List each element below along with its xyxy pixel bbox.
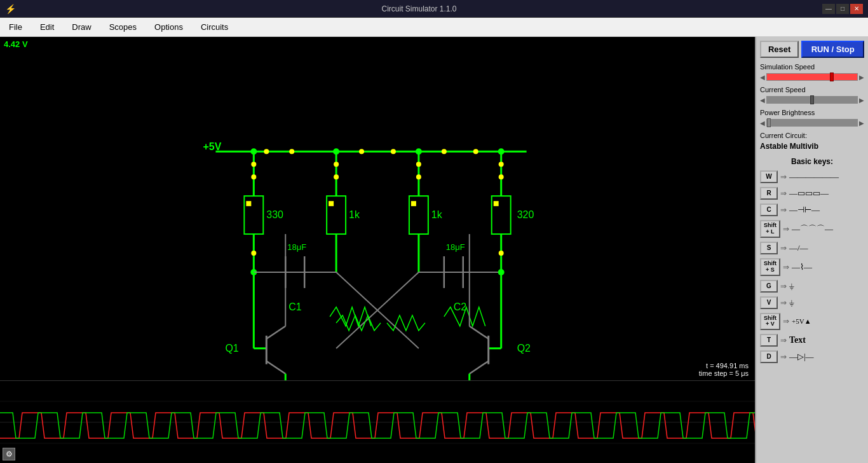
menu-circuits[interactable]: Circuits (197, 21, 232, 33)
window-title: Circuit Simulator 1.1.0 (16, 4, 822, 13)
menu-draw[interactable]: Draw (68, 21, 95, 33)
menu-options[interactable]: Options (151, 21, 187, 33)
ground2-icon: ⏚ (789, 298, 864, 308)
text-icon: Text (789, 335, 864, 345)
key-row-r: R ⇒ —▭▭▭— (760, 187, 864, 200)
key-v[interactable]: V (760, 296, 778, 309)
run-stop-button[interactable]: RUN / Stop (801, 41, 864, 58)
pwr-bright-left-arrow[interactable]: ◀ (760, 120, 765, 127)
cur-speed-right-arrow[interactable]: ▶ (859, 97, 864, 104)
svg-point-64 (334, 162, 339, 167)
right-panel: Reset RUN / Stop Simulation Speed ◀ ▶ Cu… (755, 37, 868, 463)
key-row-c: C ⇒ —⊣⊢— (760, 204, 864, 216)
key-s[interactable]: S (760, 242, 778, 254)
current-speed-slider[interactable]: ◀ ▶ (760, 96, 864, 104)
svg-point-72 (289, 149, 294, 154)
pwr-bright-right-arrow[interactable]: ▶ (859, 120, 864, 127)
maximize-button[interactable]: □ (836, 4, 849, 14)
svg-point-62 (251, 174, 256, 179)
svg-point-73 (359, 149, 364, 154)
app-icon: ⚡ (5, 4, 16, 14)
wire-icon: —————— (789, 172, 864, 182)
key-row-shift-s: Shift+ S ⇒ —⌇— (760, 258, 864, 276)
svg-text:320: 320 (517, 209, 534, 220)
pwr-bright-track[interactable] (766, 119, 858, 127)
menubar: File Edit Draw Scopes Options Circuits (0, 18, 868, 37)
key-shift-l[interactable]: Shift+ L (760, 220, 780, 238)
svg-point-74 (391, 149, 396, 154)
svg-point-69 (499, 174, 504, 179)
key-row-s: S ⇒ —/— (760, 242, 864, 254)
voltage-source-icon: —⌇— (792, 262, 864, 272)
key-row-v: V ⇒ ⏚ (760, 296, 864, 309)
capacitor-icon: —⊣⊢— (789, 205, 864, 215)
key-row-w: W ⇒ —————— (760, 170, 864, 183)
cur-speed-track[interactable] (766, 96, 858, 104)
svg-text:18μF: 18μF (287, 242, 306, 252)
current-circuit-label: Current Circuit: (760, 132, 864, 139)
key-row-shift-v: Shift+ V ⇒ +5V▲ (760, 313, 864, 331)
sim-speed-track[interactable] (766, 73, 858, 81)
voltage-label: 4.42 V (4, 39, 28, 49)
svg-rect-0 (0, 69, 755, 431)
menu-scopes[interactable]: Scopes (105, 21, 140, 33)
svg-point-67 (416, 174, 421, 179)
time-step-value: time step = 5 μs (699, 370, 749, 377)
current-circuit-name: Astable Multivib (760, 142, 864, 151)
svg-point-66 (416, 162, 421, 167)
inductor-icon: —⌒⌒⌒— (792, 223, 864, 235)
vcc-icon: +5V▲ (792, 317, 864, 325)
svg-text:Q2: Q2 (517, 343, 531, 354)
key-r[interactable]: R (760, 187, 778, 200)
reset-button[interactable]: Reset (760, 41, 799, 58)
simulation-speed-slider[interactable]: ◀ ▶ (760, 73, 864, 81)
menu-file[interactable]: File (5, 21, 26, 33)
svg-text:+5V: +5V (203, 141, 221, 152)
svg-point-61 (251, 162, 256, 167)
svg-point-71 (264, 149, 269, 154)
key-w[interactable]: W (760, 170, 778, 183)
sim-speed-right-arrow[interactable]: ▶ (859, 74, 864, 81)
gear-button[interactable]: ⚙ (3, 448, 15, 460)
svg-point-65 (334, 174, 339, 179)
sim-time-value: t = 494.91 ms (699, 362, 749, 370)
svg-text:C1: C1 (288, 301, 302, 312)
sim-speed-left-arrow[interactable]: ◀ (760, 74, 765, 81)
current-speed-label: Current Speed (760, 86, 864, 93)
svg-text:330: 330 (266, 209, 283, 220)
svg-point-68 (499, 162, 504, 167)
power-brightness-slider[interactable]: ◀ ▶ (760, 119, 864, 127)
diode-icon: —▷|— (789, 352, 864, 362)
svg-point-70 (499, 251, 504, 256)
svg-text:18μF: 18μF (446, 242, 465, 252)
resistor-icon: —▭▭▭— (789, 188, 864, 198)
key-shift-s[interactable]: Shift+ S (760, 258, 780, 276)
key-t[interactable]: T (760, 334, 778, 347)
menu-edit[interactable]: Edit (36, 21, 58, 33)
basic-keys-title: Basic keys: (760, 157, 864, 166)
switch-icon: —/— (789, 243, 864, 253)
close-button[interactable]: ✕ (850, 4, 863, 14)
key-d[interactable]: D (760, 350, 778, 363)
power-brightness-label: Power Brightness (760, 109, 864, 116)
cur-speed-left-arrow[interactable]: ◀ (760, 97, 765, 104)
svg-rect-4 (246, 201, 251, 206)
circuit-canvas-area[interactable]: 4.42 V 330 1k (0, 37, 755, 463)
minimize-button[interactable]: — (822, 4, 835, 14)
key-c[interactable]: C (760, 204, 778, 216)
svg-text:C2: C2 (454, 301, 467, 312)
key-g[interactable]: G (760, 280, 778, 293)
scope-area[interactable] (0, 380, 755, 463)
key-row-d: D ⇒ —▷|— (760, 350, 864, 363)
svg-point-57 (250, 148, 257, 155)
key-shift-v[interactable]: Shift+ V (760, 313, 780, 331)
svg-point-58 (333, 148, 339, 155)
ground-icon: ⏚ (789, 281, 864, 291)
svg-point-63 (251, 251, 256, 256)
svg-point-60 (498, 148, 505, 155)
svg-text:Q1: Q1 (225, 343, 238, 354)
key-row-g: G ⇒ ⏚ (760, 280, 864, 293)
svg-rect-19 (411, 201, 416, 206)
svg-text:1k: 1k (431, 209, 442, 220)
svg-point-75 (442, 149, 447, 154)
